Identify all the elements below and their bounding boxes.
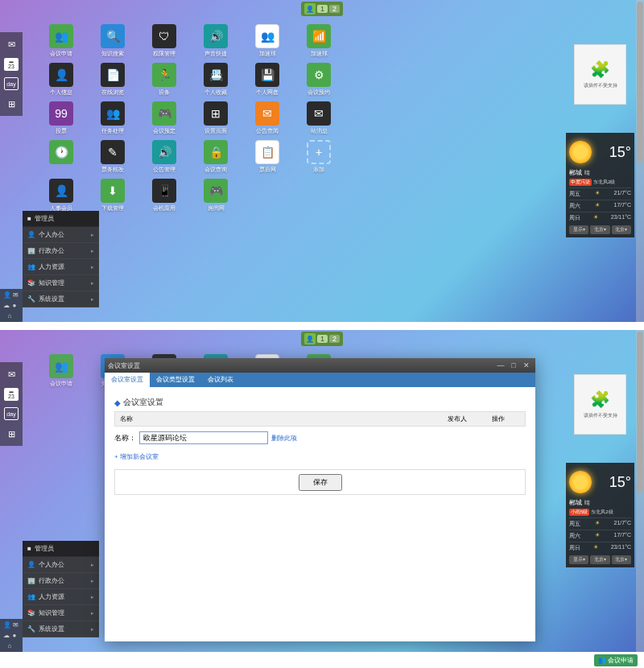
menu-item[interactable]: 👤个人办公▸	[23, 227, 99, 243]
app-item[interactable]: 👥会议申请	[40, 354, 82, 388]
grid-add-icon[interactable]: ⊞	[4, 427, 19, 441]
footer-badge[interactable]: 👥会议申请	[594, 654, 638, 666]
menu-item[interactable]: 👥人力资源▸	[23, 589, 99, 605]
chevron-right-icon: ▸	[91, 578, 94, 584]
app-item[interactable]: 👥会议申请	[40, 24, 82, 58]
puzzle-icon: 🧩	[590, 390, 610, 409]
app-icon: ⚙	[307, 63, 331, 87]
weather-widget[interactable]: 15° 郴城 晴 中度污染 东北风2级 周五☀21/7°C周六☀17/7°C周日…	[566, 133, 634, 237]
menu-item[interactable]: 👤个人办公▸	[23, 557, 99, 573]
app-item[interactable]: 🎮会议预定	[143, 101, 185, 135]
app-item[interactable]: 99投票	[40, 101, 82, 135]
weather-select[interactable]: 北京▾	[612, 225, 631, 234]
dot-mini-icon[interactable]: ●	[13, 632, 20, 639]
scrollbar[interactable]	[636, 0, 644, 322]
home-icon[interactable]: ⌂	[8, 642, 15, 649]
app-item[interactable]: 📇个人收藏	[195, 63, 237, 97]
weather-select[interactable]: 显示▾	[569, 225, 588, 234]
mail-icon[interactable]: ✉	[4, 367, 19, 381]
tab-room-settings[interactable]: 会议室设置	[105, 373, 150, 387]
weather-select[interactable]: 北京▾	[590, 555, 609, 564]
menu-item[interactable]: 🔧系统设置▸	[23, 621, 99, 637]
app-item[interactable]: 👥加速球	[246, 24, 288, 58]
app-item[interactable]: 📋票后网	[246, 140, 288, 174]
menu-item[interactable]: 🔧系统设置▸	[23, 291, 99, 307]
menu-item[interactable]: 📚知识管理▸	[23, 275, 99, 291]
app-icon: 🔊	[152, 140, 176, 164]
app-item[interactable]: 🔒会议查询	[195, 140, 237, 174]
app-item[interactable]: 🛡权限管理	[143, 24, 185, 58]
add-room-link[interactable]: + 增加新会议室	[114, 449, 526, 464]
mail-icon[interactable]: ✉	[4, 37, 19, 52]
app-item[interactable]: +添加	[298, 140, 340, 174]
weather-select[interactable]: 北京▾	[590, 225, 609, 234]
app-item[interactable]: ⚙会议预约	[298, 63, 340, 97]
menu-item[interactable]: 🏢行政办公▸	[23, 573, 99, 589]
app-icon: ✉	[255, 101, 279, 126]
app-icon: 📱	[152, 179, 176, 203]
app-item[interactable]: ✉公告查阅	[246, 101, 288, 135]
calendar-day: 23	[8, 394, 14, 399]
weather-widget[interactable]: 15° 郴城 晴 小雨5级 东北风2级 周五☀21/7°C周六☀17/7°C周日…	[566, 463, 634, 567]
pager-page-2[interactable]: 2	[329, 335, 340, 343]
cloud-mini-icon[interactable]: ☁	[3, 302, 10, 309]
user-mini-icon[interactable]: 👤	[3, 621, 10, 629]
scrollbar-thumb[interactable]	[637, 2, 643, 163]
forecast-row: 周日☀23/11°C	[569, 212, 631, 224]
app-item[interactable]: 📄在线浏览	[92, 63, 134, 97]
room-name-input[interactable]	[139, 431, 268, 444]
app-item[interactable]: 👤个人信息	[40, 63, 82, 97]
weather-select[interactable]: 显示▾	[569, 555, 588, 564]
menu-item[interactable]: 📚知识管理▸	[23, 605, 99, 621]
app-item[interactable]: ✎票务核改	[92, 140, 134, 174]
maximize-button[interactable]: □	[508, 361, 519, 370]
menu-item[interactable]: 🏢行政办公▸	[23, 243, 99, 259]
app-label: 站消息	[311, 127, 328, 135]
app-item[interactable]: 🎮房间网	[195, 179, 237, 212]
grid-add-icon[interactable]: ⊞	[4, 97, 19, 111]
window-titlebar[interactable]: 会议室设置 — □ ✕	[105, 358, 535, 373]
minimize-button[interactable]: —	[495, 361, 506, 370]
save-button[interactable]: 保存	[299, 474, 342, 491]
tab-meeting-list[interactable]: 会议列表	[201, 373, 240, 387]
menu-header[interactable]: ■管理员	[23, 541, 99, 557]
pager-page-1[interactable]: 1	[317, 5, 328, 13]
day-icon[interactable]: day	[4, 407, 19, 420]
tab-type-settings[interactable]: 会议类型设置	[150, 373, 201, 387]
delete-link[interactable]: 删除此项	[271, 434, 297, 443]
cloud-mini-icon[interactable]: ☁	[3, 632, 10, 639]
menu-icon: 🏢	[27, 247, 35, 254]
pager-page-1[interactable]: 1	[317, 335, 328, 343]
mail-mini-icon[interactable]: ✉	[13, 621, 20, 629]
weather-select[interactable]: 北京▾	[612, 555, 631, 564]
close-button[interactable]: ✕	[521, 361, 532, 370]
app-item[interactable]: ⊞设置页面	[195, 101, 237, 135]
calendar-icon[interactable]: ▬23	[4, 388, 19, 401]
app-item[interactable]: 🔍知识搜索	[92, 24, 134, 58]
home-icon[interactable]: ⌂	[8, 312, 15, 320]
scrollbar-thumb[interactable]	[637, 332, 643, 493]
app-item[interactable]: 🕐	[40, 140, 82, 174]
app-item[interactable]: ⬇下载管理	[92, 179, 134, 212]
app-item[interactable]: 💾个人网盘	[246, 63, 288, 97]
wind-text: 东北风2级	[591, 509, 613, 516]
app-item[interactable]: ✉站消息	[298, 101, 340, 135]
app-item[interactable]: 🏃设备	[143, 63, 185, 97]
pager-icon[interactable]: 👤	[304, 3, 316, 14]
dot-mini-icon[interactable]: ●	[13, 302, 20, 309]
scrollbar[interactable]	[636, 330, 644, 652]
mail-mini-icon[interactable]: ✉	[13, 291, 20, 299]
app-item[interactable]: 👤人事会员	[40, 179, 82, 212]
app-item[interactable]: 📱会机应用	[143, 179, 185, 212]
app-item[interactable]: 👥任务处理	[92, 101, 134, 135]
pager-page-2[interactable]: 2	[329, 5, 340, 13]
app-item[interactable]: 🔊声音快捷	[195, 24, 237, 58]
user-mini-icon[interactable]: 👤	[3, 291, 10, 299]
calendar-icon[interactable]: ▬23	[4, 58, 19, 71]
menu-header[interactable]: ■管理员	[23, 211, 99, 227]
app-item[interactable]: 📶加速球	[298, 24, 340, 58]
menu-item[interactable]: 👥人力资源▸	[23, 259, 99, 275]
app-item[interactable]: 🔊公告管理	[143, 140, 185, 174]
pager-icon[interactable]: 👤	[304, 333, 316, 344]
day-icon[interactable]: day	[4, 77, 19, 90]
